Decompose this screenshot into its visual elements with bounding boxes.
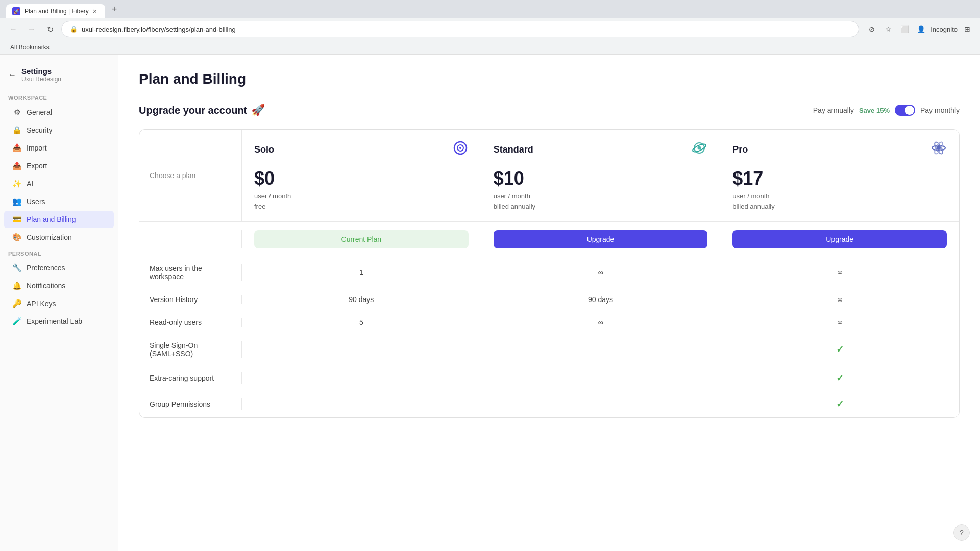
billing-toggle: Pay annually Save 15% Pay monthly	[813, 105, 960, 116]
bookmark-star-icon[interactable]: ☆	[881, 22, 895, 36]
sidebar-main-title: Settings	[21, 67, 61, 76]
sidebar-item-plan-billing[interactable]: 💳 Plan and Billing	[4, 211, 114, 228]
upgrade-pro-button[interactable]: Upgrade	[732, 230, 947, 248]
feature-row-support: Extra-caring support ✓	[139, 365, 959, 391]
feature-value-pro-version-history: ∞	[720, 295, 959, 304]
feature-label-max-users: Max users in the workspace	[139, 264, 241, 281]
plan-buttons-row: Current Plan Upgrade Upgrade	[139, 222, 959, 257]
sidebar-item-label-api-keys: API Keys	[27, 299, 56, 308]
customization-icon: 🎨	[12, 233, 21, 242]
sidebar-item-label-general: General	[27, 108, 52, 116]
bookmarks-bar: All Bookmarks	[0, 40, 980, 55]
sidebar-item-security[interactable]: 🔒 Security	[4, 121, 114, 139]
feature-value-standard-support	[481, 372, 720, 384]
camera-off-icon: ⊘	[865, 22, 878, 36]
address-bar[interactable]: 🔒 uxui-redesign.fibery.io/fibery/setting…	[61, 21, 859, 37]
tab-close-button[interactable]: ×	[93, 7, 97, 15]
feature-value-solo-support	[241, 372, 481, 384]
plan-name-standard: Standard	[494, 144, 533, 155]
sidebar-item-api-keys[interactable]: 🔑 API Keys	[4, 295, 114, 312]
sidebar-back-button[interactable]: ←	[8, 70, 16, 80]
feature-value-solo-readonly-users: 5	[241, 318, 481, 327]
upgrade-standard-button[interactable]: Upgrade	[494, 230, 708, 248]
forward-button[interactable]: →	[24, 22, 39, 36]
empty-btn-cell	[139, 230, 241, 248]
help-button[interactable]: ?	[953, 524, 970, 541]
sidebar-item-label-ai: AI	[27, 180, 33, 188]
plan-icon-standard	[691, 140, 707, 160]
browser-toolbar: ← → ↻ 🔒 uxui-redesign.fibery.io/fibery/s…	[0, 18, 980, 40]
solo-btn-cell: Current Plan	[241, 230, 481, 248]
feature-value-pro-support: ✓	[720, 372, 959, 384]
pay-annually-label: Pay annually	[813, 106, 854, 114]
active-tab[interactable]: 🚀 Plan and Billing | Fibery ×	[6, 4, 105, 18]
billing-toggle-switch[interactable]	[895, 105, 915, 116]
sidebar-item-preferences[interactable]: 🔧 Preferences	[4, 259, 114, 277]
personal-section-label: PERSONAL	[0, 246, 118, 259]
sidebar-subtitle: Uxui Redesign	[21, 76, 61, 83]
sidebar-item-label-import: Import	[27, 144, 47, 152]
save-badge: Save 15%	[859, 107, 890, 114]
device-icon[interactable]: ⬜	[898, 22, 911, 36]
sidebar-item-general[interactable]: ⚙ General	[4, 104, 114, 121]
feature-value-solo-version-history: 90 days	[241, 295, 481, 304]
feature-label-version-history: Version History	[139, 295, 241, 304]
sidebar-item-customization[interactable]: 🎨 Customization	[4, 229, 114, 246]
ai-icon: ✨	[12, 179, 21, 188]
current-plan-button: Current Plan	[254, 230, 469, 248]
plan-cell-solo: Solo $0 user / month free	[241, 130, 481, 221]
standard-btn-cell: Upgrade	[481, 230, 720, 248]
plan-period-solo: user / month free	[254, 191, 469, 211]
feature-label-sso: Single Sign-On (SAML+SSO)	[139, 341, 241, 358]
sidebar-item-ai[interactable]: ✨ AI	[4, 175, 114, 192]
sidebar-item-label-plan-billing: Plan and Billing	[27, 215, 76, 223]
choose-plan-label: Choose a plan	[150, 171, 195, 180]
plan-name-pro: Pro	[732, 144, 748, 155]
feature-value-pro-max-users: ∞	[720, 264, 959, 281]
sidebar-item-label-preferences: Preferences	[27, 264, 65, 272]
sidebar-item-export[interactable]: 📤 Export	[4, 157, 114, 174]
feature-value-pro-sso: ✓	[720, 341, 959, 358]
app-layout: ← Settings Uxui Redesign WORKSPACE ⚙ Gen…	[0, 55, 980, 551]
new-tab-button[interactable]: +	[107, 2, 121, 16]
feature-value-solo-sso	[241, 341, 481, 358]
pricing-table: Choose a plan Solo $0	[139, 129, 960, 418]
sidebar-item-label-security: Security	[27, 126, 53, 134]
pay-monthly-label: Pay monthly	[920, 106, 960, 114]
import-icon: 📥	[12, 143, 21, 153]
upgrade-title-text: Upgrade your account	[139, 105, 247, 116]
experimental-icon: 🧪	[12, 317, 21, 326]
sidebar-item-users[interactable]: 👥 Users	[4, 193, 114, 210]
address-text: uxui-redesign.fibery.io/fibery/settings/…	[82, 26, 850, 33]
refresh-button[interactable]: ↻	[43, 22, 57, 36]
plan-name-solo: Solo	[254, 144, 274, 155]
tab-favicon: 🚀	[12, 7, 20, 15]
section-title: Upgrade your account 🚀	[139, 104, 265, 117]
back-button[interactable]: ←	[6, 22, 20, 36]
sidebar-item-notifications[interactable]: 🔔 Notifications	[4, 277, 114, 294]
toggle-knob	[905, 106, 914, 115]
section-header: Upgrade your account 🚀 Pay annually Save…	[139, 104, 960, 117]
sidebar-item-label-experimental: Experimental Lab	[27, 317, 82, 325]
pricing-header-row: Choose a plan Solo $0	[139, 130, 959, 222]
sidebar-item-experimental[interactable]: 🧪 Experimental Lab	[4, 313, 114, 330]
plan-billing-icon: 💳	[12, 215, 21, 224]
profile-icon[interactable]: 👤	[914, 22, 927, 36]
notifications-icon: 🔔	[12, 281, 21, 290]
sidebar-item-import[interactable]: 📥 Import	[4, 139, 114, 157]
feature-value-standard-max-users: ∞	[481, 264, 720, 281]
workspace-section-label: WORKSPACE	[0, 91, 118, 103]
feature-row-readonly-users: Read-only users 5 ∞ ∞	[139, 311, 959, 334]
feature-row-version-history: Version History 90 days 90 days ∞	[139, 288, 959, 311]
svg-point-5	[698, 146, 701, 150]
plan-icon-solo	[452, 140, 469, 160]
browser-chrome: 🚀 Plan and Billing | Fibery × + ← → ↻ 🔒 …	[0, 0, 980, 40]
bookmarks-label: All Bookmarks	[10, 44, 50, 51]
sidebar-item-label-users: Users	[27, 197, 45, 206]
sidebar-item-label-export: Export	[27, 162, 47, 170]
feature-value-pro-readonly-users: ∞	[720, 318, 959, 327]
bookmarks-all-item[interactable]: All Bookmarks	[6, 43, 54, 52]
rocket-emoji: 🚀	[251, 104, 265, 117]
extensions-icon[interactable]: ⊞	[961, 22, 974, 36]
feature-value-standard-version-history: 90 days	[481, 295, 720, 304]
